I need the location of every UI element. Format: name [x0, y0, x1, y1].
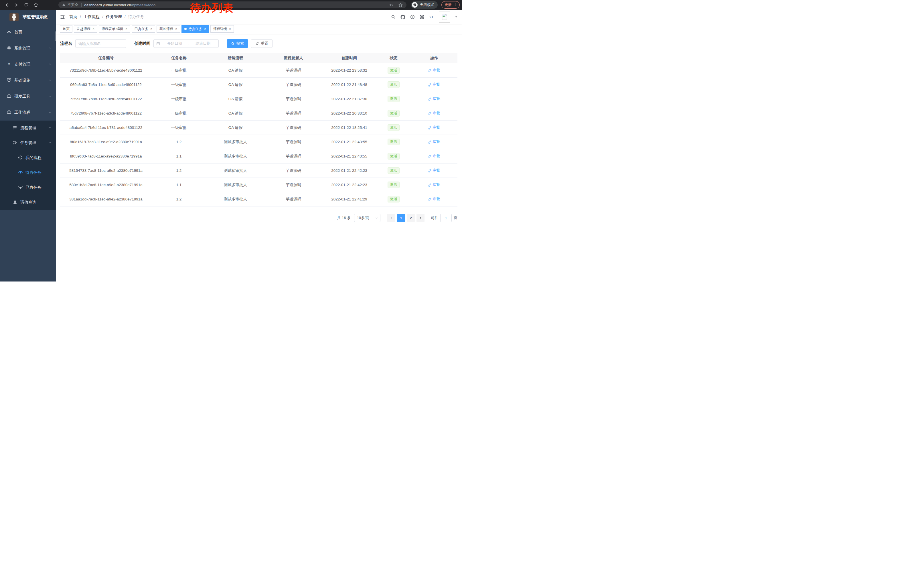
sidebar-item-done-task[interactable]: 已办任务 [0, 180, 56, 195]
tab-my-process[interactable]: 我的流程× [157, 25, 180, 33]
approve-link[interactable]: 审批 [428, 182, 441, 187]
page-button-2[interactable]: 2 [407, 214, 415, 222]
cell-task-id: a6aba0a4-7b6d-11ec-b781-acde48001122 [60, 125, 152, 130]
approve-link[interactable]: 审批 [428, 111, 441, 116]
help-icon[interactable]: ? [410, 14, 415, 20]
user-avatar[interactable] [439, 11, 450, 23]
status-badge: 激活 [388, 196, 400, 202]
sidebar-item-infrastructure[interactable]: 基础设施 [0, 72, 56, 89]
app-logo[interactable]: 芋道管理系统 [0, 10, 56, 24]
pagination: 共 16 条10条/页12前往页 [60, 214, 458, 222]
bookmark-star-icon[interactable] [398, 3, 403, 8]
tab-label: 待办任务 [188, 27, 202, 32]
topbar: 首页/工作流程/任务管理/待办任务 ? TT [56, 10, 462, 24]
sidebar-item-task-manage[interactable]: 任务管理 [0, 135, 56, 150]
gear-icon [7, 45, 12, 50]
cell-starter: 芋道源码 [265, 68, 322, 73]
breadcrumb-item-1[interactable]: 工作流程 [84, 14, 100, 20]
approve-link[interactable]: 审批 [428, 197, 441, 201]
browser-update-button[interactable]: 更新 [441, 1, 460, 9]
breadcrumb-item-0[interactable]: 首页 [69, 14, 77, 20]
tab-close-icon[interactable]: × [150, 27, 152, 31]
sidebar-fold-button[interactable] [60, 14, 65, 20]
active-tab-dot [184, 28, 187, 30]
cell-starter: 芋道源码 [265, 197, 322, 202]
tab-label: 流程表单-编辑 [102, 27, 123, 32]
next-page-button[interactable] [417, 214, 424, 222]
font-size-icon[interactable]: TT [429, 14, 435, 20]
cell-process: 测试多审批人 [206, 154, 265, 159]
search-button[interactable]: 搜索 [227, 39, 248, 48]
tab-home[interactable]: 首页 [60, 25, 72, 33]
kebab-menu-icon[interactable] [454, 3, 457, 7]
sidebar-item-home[interactable]: 首页 [0, 24, 56, 41]
monitor-icon [7, 78, 12, 83]
sidebar-item-leave-query[interactable]: 请假查询 [0, 195, 56, 210]
approve-link[interactable]: 审批 [428, 139, 441, 144]
tab-close-icon[interactable]: × [175, 27, 177, 31]
reset-button[interactable]: 重置 [251, 39, 273, 48]
home-icon [33, 3, 38, 8]
sidebar-item-my-process[interactable]: 我的流程 [0, 150, 56, 165]
tab-close-icon[interactable]: × [93, 27, 94, 31]
tab-close-icon[interactable]: × [229, 27, 231, 31]
cell-starter: 芋道源码 [265, 168, 322, 173]
date-range-picker[interactable]: 开始日期 - 结束日期 [153, 39, 219, 48]
cell-task-id: 73211d9d-7b9b-11ec-b5b7-acde48001122 [60, 68, 152, 72]
tab-close-icon[interactable]: × [125, 27, 128, 31]
tab-start-process[interactable]: 发起流程× [74, 25, 98, 33]
sidebar-item-label: 基础设施 [14, 78, 30, 83]
chevron-down-icon [48, 95, 52, 98]
content: 流程名 创建时间 开始日期 - 结束日期 搜索 重置 [56, 34, 462, 281]
tab-done-task[interactable]: 已办任务× [132, 25, 155, 33]
task-table: 任务编号任务名称所属流程流程发起人创建时间状态操作 73211d9d-7b9b-… [60, 53, 458, 206]
sidebar-item-workflow[interactable]: 工作流程 [0, 105, 56, 120]
breadcrumb-separator: / [80, 15, 81, 19]
key-icon[interactable] [389, 3, 394, 7]
search-icon[interactable] [391, 14, 396, 20]
cell-created: 2022-01-22 21:48:48 [322, 83, 376, 87]
fullscreen-icon[interactable] [419, 14, 424, 20]
approve-link[interactable]: 审批 [428, 125, 441, 130]
cell-task-id: 725a1eb6-7b88-11ec-8ef0-acde48001122 [60, 97, 152, 101]
chevron-up-icon [48, 111, 52, 114]
page-button-1[interactable]: 1 [397, 214, 405, 222]
address-bar[interactable]: 不安全 dashboard.yudao.iocoder.cn /bpm/task… [58, 2, 406, 8]
sidebar-item-devtools[interactable]: 研发工具 [0, 89, 56, 105]
sidebar-item-process-manage[interactable]: 流程管理 [0, 120, 56, 135]
tab-todo-task[interactable]: 待办任务× [182, 25, 209, 33]
sidebar-item-todo-task[interactable]: 待办任务 [0, 165, 56, 180]
sidebar-menu: 首页系统管理¥支付管理基础设施研发工具工作流程流程管理任务管理我的流程待办任务已… [0, 24, 56, 210]
cell-starter: 芋道源码 [265, 125, 322, 130]
browser-forward-button[interactable] [13, 1, 20, 9]
approve-link[interactable]: 审批 [428, 82, 441, 87]
approve-link[interactable]: 审批 [428, 68, 441, 73]
browser-reload-button[interactable] [22, 1, 30, 9]
cell-created: 2022-01-21 22:43:55 [322, 140, 376, 144]
sidebar-item-system[interactable]: 系统管理 [0, 41, 56, 56]
tab-process-detail[interactable]: 流程详情× [210, 25, 234, 33]
cell-starter: 芋道源码 [265, 96, 322, 102]
avatar-caret-icon[interactable] [454, 15, 458, 19]
approve-link[interactable]: 审批 [428, 168, 441, 173]
breadcrumb: 首页/工作流程/任务管理/待办任务 [69, 14, 144, 20]
browser-home-button[interactable] [32, 1, 39, 9]
dashboard-icon [7, 30, 12, 35]
page-size-select[interactable]: 10条/页 [354, 214, 380, 222]
prev-page-button[interactable] [387, 214, 395, 222]
tab-form-edit[interactable]: 流程表单-编辑× [99, 25, 130, 33]
list-icon [13, 125, 17, 130]
goto-page-input[interactable] [440, 214, 452, 222]
sidebar-item-payment[interactable]: ¥支付管理 [0, 56, 56, 72]
process-name-input[interactable] [75, 39, 126, 48]
approve-link[interactable]: 审批 [428, 96, 441, 101]
breadcrumb-separator: / [124, 15, 126, 19]
breadcrumb-item-2[interactable]: 任务管理 [106, 14, 122, 20]
cell-process: 测试多审批人 [206, 197, 265, 202]
approve-link[interactable]: 审批 [428, 153, 441, 159]
sidebar-scrollbar[interactable] [55, 31, 56, 41]
tab-close-icon[interactable]: × [204, 27, 206, 31]
browser-back-button[interactable] [3, 1, 10, 9]
face-icon [18, 155, 23, 160]
github-icon[interactable] [400, 14, 406, 20]
